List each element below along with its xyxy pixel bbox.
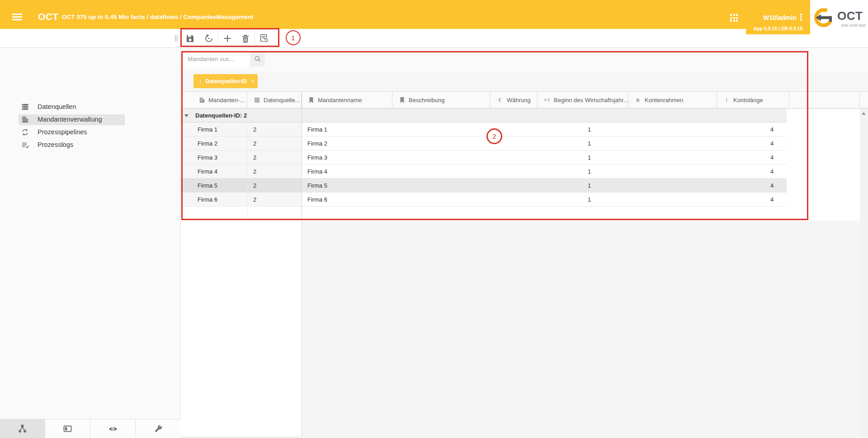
- column-header-kontolaenge[interactable]: I Kontolänge: [717, 92, 789, 108]
- row-scroll-cells: [302, 137, 787, 151]
- column-label: Mandanten-...: [208, 97, 245, 104]
- decimal-number-icon: #.0: [543, 98, 551, 102]
- cell-kontolaenge[interactable]: 4: [770, 122, 774, 137]
- cell-mandanten-id[interactable]: Firma 2: [198, 137, 217, 151]
- restore-button[interactable]: [203, 33, 214, 44]
- column-label: Datenquelle...: [264, 97, 300, 104]
- cell-datenquellen-id[interactable]: 2: [253, 137, 256, 151]
- sidebar-item-label: Prozesspipelines: [38, 128, 87, 136]
- wrench-icon: [154, 424, 163, 433]
- user-name: W10\admin: [763, 14, 797, 21]
- group-row-background: [181, 108, 787, 122]
- group-chip-datenquellen-id[interactable]: ↑ Datenquellen-ID ✕: [193, 74, 258, 88]
- cell-beginn-wirtschaftsjahr[interactable]: 1: [588, 193, 591, 207]
- bottom-tab-settings[interactable]: [136, 419, 181, 438]
- euro-icon: €: [496, 96, 504, 104]
- breadcrumb: OCT 375 up to 0.45 Mio facts / dataflows…: [62, 14, 254, 20]
- column-label: Kontolänge: [733, 97, 763, 104]
- search-button[interactable]: [250, 51, 265, 66]
- cell-mandanten-id[interactable]: Firma 1: [198, 122, 217, 137]
- bottom-tab-preview[interactable]: [90, 419, 136, 438]
- row-scroll-cells: [302, 122, 787, 137]
- column-label: Beginn des Wirtschaftsjahr...: [554, 97, 628, 104]
- cell-mandanten-id[interactable]: Firma 5: [198, 179, 217, 193]
- search-band: [181, 48, 868, 71]
- cell-kontolaenge[interactable]: 4: [770, 193, 774, 207]
- column-label: Kontenrahmen: [645, 97, 683, 104]
- group-row[interactable]: Datenquellen-ID: 2: [181, 108, 860, 122]
- row-scroll-cells: [302, 193, 787, 207]
- table-row[interactable]: Firma 4 2 Firma 4 1 4: [181, 165, 860, 179]
- cell-mandanten-id[interactable]: Firma 4: [198, 165, 217, 179]
- toolbar-separator: [217, 30, 218, 47]
- cell-datenquellen-id[interactable]: 2: [253, 165, 256, 179]
- column-header-datenquellen-id[interactable]: Datenquelle...: [247, 92, 302, 108]
- italic-icon: I: [723, 97, 730, 103]
- sidebar-item-prozesslogs[interactable]: Prozesslogs: [0, 139, 181, 151]
- column-header-kontenrahmen[interactable]: B Kontenrahmen: [628, 92, 717, 108]
- sidebar: Datenquellen Mandantenverwaltung Prozess…: [0, 48, 181, 438]
- cell-mandantenname[interactable]: Firma 4: [307, 165, 327, 179]
- search-input[interactable]: [183, 51, 250, 66]
- cell-datenquellen-id[interactable]: 2: [253, 122, 256, 137]
- sidebar-item-prozesspipelines[interactable]: Prozesspipelines: [0, 126, 181, 139]
- cell-mandanten-id[interactable]: Firma 3: [198, 151, 217, 165]
- sync-icon: [21, 128, 29, 137]
- column-header-beschreibung[interactable]: Beschreibung: [392, 92, 491, 108]
- cell-beginn-wirtschaftsjahr[interactable]: 1: [588, 165, 591, 179]
- logo-tagline: one cool tool: [810, 23, 865, 28]
- cell-mandantenname[interactable]: Firma 3: [307, 151, 327, 165]
- bottom-tab-hierarchy[interactable]: [0, 419, 45, 438]
- collapse-triangle-icon[interactable]: [184, 114, 189, 117]
- sort-ascending-icon: ↑: [199, 78, 202, 85]
- trash-icon: [241, 34, 250, 43]
- fixed-pane-divider: [302, 91, 302, 437]
- cell-datenquellen-id[interactable]: 2: [253, 193, 256, 207]
- bold-icon: B: [634, 97, 642, 103]
- cell-mandantenname[interactable]: Firma 1: [307, 122, 327, 137]
- cell-beginn-wirtschaftsjahr[interactable]: 1: [588, 151, 591, 165]
- cell-mandantenname[interactable]: Firma 6: [307, 193, 327, 207]
- apps-grid-icon[interactable]: [730, 14, 738, 22]
- cell-beginn-wirtschaftsjahr[interactable]: 1: [588, 137, 591, 151]
- column-header-waehrung[interactable]: € Währung: [491, 92, 538, 108]
- save-button[interactable]: [184, 33, 195, 44]
- vertical-scrollbar[interactable]: [860, 108, 868, 437]
- cell-mandantenname[interactable]: Firma 5: [307, 179, 327, 193]
- scroll-up-icon[interactable]: [862, 112, 866, 115]
- cell-datenquellen-id[interactable]: 2: [253, 179, 256, 193]
- table-row[interactable]: Firma 6 2 Firma 6 1 4: [181, 193, 860, 207]
- sidebar-item-mandantenverwaltung[interactable]: Mandantenverwaltung: [0, 113, 181, 126]
- cell-mandanten-id[interactable]: Firma 6: [198, 193, 217, 207]
- cell-beginn-wirtschaftsjahr[interactable]: 1: [588, 179, 591, 193]
- logo-text: OCT: [837, 9, 863, 23]
- toolbar-drag-handle[interactable]: [175, 35, 178, 43]
- cell-kontolaenge[interactable]: 4: [770, 165, 774, 179]
- table-row[interactable]: Firma 3 2 Firma 3 1 4: [181, 151, 860, 165]
- grid-bottom-border: [181, 437, 302, 437]
- expand-column-header: [181, 92, 192, 108]
- sidebar-item-datenquellen[interactable]: Datenquellen: [0, 101, 181, 113]
- delete-button[interactable]: [240, 33, 251, 44]
- cell-kontolaenge[interactable]: 4: [770, 179, 774, 193]
- cell-mandantenname[interactable]: Firma 2: [307, 137, 327, 151]
- building-icon: [21, 116, 29, 124]
- column-header-beginn-wirtschaftsjahr[interactable]: #.0 Beginn des Wirtschaftsjahr...: [538, 92, 628, 108]
- column-header-mandantenname[interactable]: Mandantenname: [302, 92, 392, 108]
- cell-beginn-wirtschaftsjahr[interactable]: 1: [588, 122, 591, 137]
- cell-datenquellen-id[interactable]: 2: [253, 151, 256, 165]
- cell-kontolaenge[interactable]: 4: [770, 137, 774, 151]
- cell-kontolaenge[interactable]: 4: [770, 151, 774, 165]
- table-row[interactable]: Firma 2 2 Firma 2 1 4: [181, 137, 860, 151]
- menu-icon[interactable]: [12, 14, 22, 22]
- reset-layout-button[interactable]: [259, 33, 269, 44]
- table-row[interactable]: Firma 1 2 Firma 1 1 4: [181, 122, 860, 137]
- chip-close-icon[interactable]: ✕: [250, 78, 255, 85]
- column-header-mandanten-id[interactable]: Mandanten-...: [192, 92, 247, 108]
- kebab-menu-icon[interactable]: [800, 14, 802, 22]
- add-button[interactable]: [222, 33, 233, 44]
- restore-icon: [204, 34, 213, 43]
- row-scroll-cells: [302, 165, 787, 179]
- table-row-selected[interactable]: Firma 5 2 Firma 5 1 4: [181, 179, 860, 193]
- bottom-tab-panel[interactable]: [45, 419, 90, 438]
